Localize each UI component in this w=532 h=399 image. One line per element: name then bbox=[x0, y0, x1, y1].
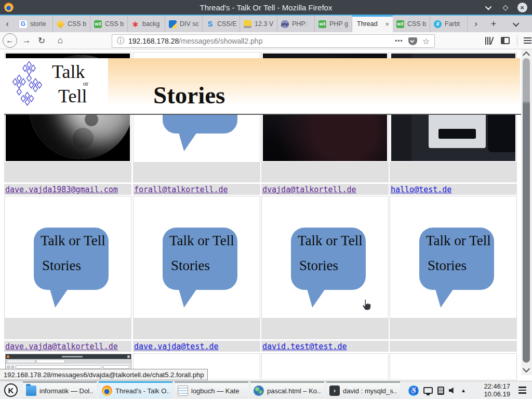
clock-date: 10.06.19 bbox=[476, 390, 510, 398]
yellow-favicon bbox=[244, 20, 251, 28]
tab-threads-active[interactable]: Thread × bbox=[352, 16, 393, 32]
tab-css-3[interactable]: w3 CSS b bbox=[393, 16, 430, 32]
task-firefox-active[interactable]: Thread's - Talk O... bbox=[99, 381, 172, 398]
kde-launcher-button[interactable]: K bbox=[4, 383, 18, 397]
menu-hamburger-icon[interactable] bbox=[524, 37, 531, 44]
email-link-cell: forall@talkortell.de bbox=[133, 184, 260, 195]
email-link-cell: david.test@test.de bbox=[261, 341, 389, 352]
url-path: /messages6/showall2.php bbox=[179, 37, 262, 45]
page-title: Stories bbox=[153, 81, 225, 109]
bubble-tail bbox=[433, 289, 454, 308]
scroll-tabs-left-button[interactable]: ‹ bbox=[1, 16, 14, 32]
scrollbar-thumb[interactable] bbox=[523, 58, 530, 363]
tab-label: backg bbox=[142, 20, 159, 28]
tab-farbt[interactable]: # Farbt bbox=[430, 16, 468, 32]
email-link[interactable]: dave.vajda@talkortell.de bbox=[5, 342, 118, 351]
tab-label: Farbt bbox=[445, 20, 460, 28]
story-cell-image[interactable]: Talk or Tell Stories bbox=[390, 196, 517, 318]
email-link[interactable]: dave.vajda1983@gmail.com bbox=[5, 185, 118, 194]
tab-css-1[interactable]: CSS b bbox=[53, 16, 90, 32]
email-link[interactable]: hallo@test.de bbox=[391, 185, 451, 194]
logo-word-tell: Tell bbox=[58, 85, 87, 107]
email-link[interactable]: dave.vajda@test.de bbox=[134, 342, 219, 351]
tab-label: CSS b bbox=[68, 20, 86, 28]
task-label: david : mysqld_s... bbox=[343, 387, 397, 395]
story-cell-image[interactable] bbox=[261, 353, 389, 380]
digital-clock[interactable]: 22:46:17 10.06.19 bbox=[476, 382, 510, 398]
email-link[interactable]: david.test@test.de bbox=[262, 342, 347, 351]
email-link[interactable]: forall@talkortell.de bbox=[134, 185, 228, 194]
logo-word-talk: Talk bbox=[52, 61, 85, 83]
tab-bar: ‹ G storie CSS b w3 CSS b ∗ backg DIV sc… bbox=[0, 16, 532, 32]
scroll-down-arrow-icon[interactable] bbox=[523, 365, 530, 373]
story-cell-image[interactable]: Talk or Tell Stories bbox=[4, 196, 131, 318]
tab-123v[interactable]: 12.3 V bbox=[240, 16, 277, 32]
back-button[interactable]: ← bbox=[3, 33, 17, 48]
task-dolphin[interactable]: informatik — Dol... bbox=[23, 381, 97, 398]
list-all-tabs-button[interactable] bbox=[509, 16, 524, 32]
email-link-cell: dave.vajda@test.de bbox=[133, 341, 260, 352]
bubble-tail bbox=[176, 289, 197, 308]
bookmark-star-icon[interactable]: ☆ bbox=[422, 36, 430, 46]
tab-label: PHP: bbox=[292, 20, 307, 28]
email-link-cell: dave.vajda@talkortell.de bbox=[4, 341, 131, 352]
diamond-favicon bbox=[56, 20, 65, 29]
scroll-tabs-right-button[interactable]: › bbox=[470, 16, 482, 32]
tab-css-2[interactable]: w3 CSS b bbox=[90, 16, 128, 32]
clipboard-icon[interactable] bbox=[437, 387, 444, 395]
forward-button[interactable]: → bbox=[20, 35, 33, 46]
tab-storie[interactable]: G storie bbox=[16, 16, 53, 32]
vertical-scrollbar[interactable] bbox=[521, 49, 532, 375]
task-konqueror[interactable]: pascal.html – Ko... bbox=[250, 381, 324, 398]
tab-backg[interactable]: ∗ backg bbox=[128, 16, 165, 32]
google-favicon: G bbox=[19, 20, 27, 28]
accessibility-icon[interactable]: ♿ bbox=[408, 385, 419, 396]
cell-gray-filler bbox=[390, 318, 517, 339]
talk-or-tell-bubble: Talk or Tell Stories bbox=[419, 228, 494, 290]
s-favicon: S bbox=[206, 20, 214, 28]
task-kate[interactable]: logbuch — Kate bbox=[175, 381, 248, 398]
panel-settings-icon[interactable] bbox=[518, 387, 526, 394]
new-tab-button[interactable]: + bbox=[486, 16, 501, 32]
window-titlebar[interactable]: Thread's - Talk Or Tell - Mozilla Firefo… bbox=[0, 0, 532, 15]
asterisk-favicon: ∗ bbox=[131, 20, 139, 28]
tray-expand-caret-icon[interactable]: ▲ bbox=[461, 388, 466, 393]
library-icon[interactable] bbox=[485, 36, 493, 45]
sidebar-icon[interactable] bbox=[501, 37, 510, 44]
cell-gray-filler bbox=[133, 163, 260, 182]
home-button[interactable]: ⌂ bbox=[54, 35, 66, 46]
story-cell-image[interactable] bbox=[390, 353, 517, 380]
email-link-cell: dvajda@talkortell.de bbox=[261, 184, 389, 195]
tab-label: CSS/E bbox=[217, 20, 237, 28]
pocket-icon[interactable] bbox=[408, 37, 417, 45]
system-tray: ♿ ▲ bbox=[408, 381, 466, 399]
task-label: informatik — Dol... bbox=[39, 387, 94, 395]
task-konsole[interactable]: › david : mysqld_s... bbox=[326, 381, 400, 398]
tab-php-2[interactable]: w3 PHP g bbox=[315, 16, 352, 32]
reload-button[interactable]: ↻ bbox=[35, 35, 48, 46]
speaker-volume-icon[interactable] bbox=[449, 387, 456, 394]
navigation-toolbar: ← → ↻ ⌂ ⓘ 192.168.178.28/messages6/showa… bbox=[0, 32, 532, 49]
bubble-line1: Talk or Tell bbox=[426, 233, 491, 249]
tab-close-icon[interactable]: × bbox=[385, 20, 389, 28]
tab-label: DIV sc bbox=[180, 20, 199, 28]
cell-gray-filler bbox=[261, 163, 389, 182]
site-info-icon[interactable]: ⓘ bbox=[117, 36, 124, 46]
tab-div-sc[interactable]: DIV sc bbox=[165, 16, 203, 32]
mini-titlebar bbox=[6, 354, 131, 359]
url-host: 192.168.178.28 bbox=[128, 37, 179, 45]
email-link-cell bbox=[390, 341, 517, 352]
tab-css-e[interactable]: S CSS/E bbox=[203, 16, 240, 32]
page-actions-icon[interactable]: ••• bbox=[395, 37, 403, 45]
chevron-down-icon bbox=[512, 20, 519, 26]
display-network-icon[interactable] bbox=[423, 387, 433, 394]
scroll-up-arrow-icon[interactable] bbox=[523, 51, 530, 59]
cell-gray-filler bbox=[261, 318, 389, 339]
tab-label: storie bbox=[30, 20, 46, 28]
van-grille bbox=[438, 129, 476, 139]
tab-php-1[interactable]: php PHP: bbox=[277, 16, 315, 32]
bubble-line2: Stories bbox=[299, 258, 338, 274]
email-link[interactable]: dvajda@talkortell.de bbox=[262, 185, 356, 194]
url-bar[interactable]: ⓘ 192.168.178.28/messages6/showall2.php … bbox=[112, 34, 435, 48]
story-cell-image[interactable]: Talk or Tell Stories bbox=[133, 196, 260, 318]
